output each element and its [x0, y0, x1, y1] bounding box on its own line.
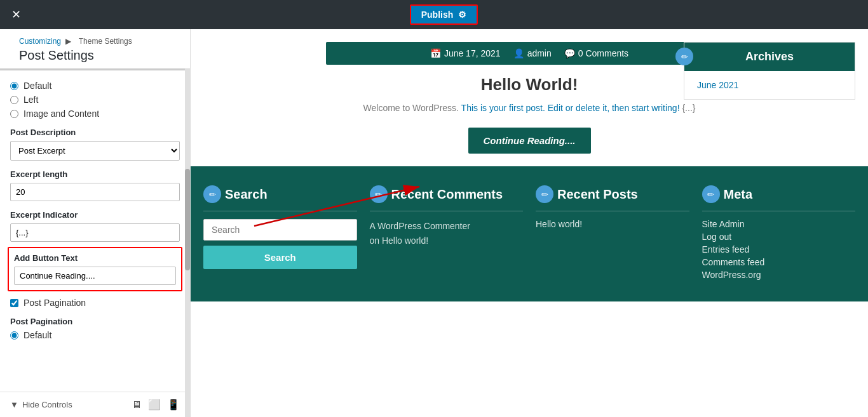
- main-layout: ‹ Customizing ▶ Theme Settings Post Sett…: [0, 29, 868, 417]
- add-button-text-input[interactable]: Continue Reading....: [14, 267, 176, 285]
- footer-search-col: ✏ Search Search: [203, 185, 357, 282]
- radio-default-input[interactable]: [10, 82, 18, 90]
- footer-meta-site-admin[interactable]: Site Admin: [702, 219, 856, 229]
- excerpt-length-input[interactable]: [10, 183, 180, 201]
- radio-image-content[interactable]: Image and Content: [10, 109, 180, 119]
- close-button[interactable]: ✕: [6, 5, 26, 24]
- add-button-text-section: Add Button Text Continue Reading....: [8, 247, 182, 291]
- footer-meta-divider: [702, 211, 856, 211]
- post-pagination-section-label: Post Pagination: [10, 317, 180, 326]
- continue-reading-button[interactable]: Continue Reading....: [468, 128, 591, 154]
- footer-posts-title: Recent Posts: [557, 187, 638, 202]
- sidebar-header: ‹ Customizing ▶ Theme Settings Post Sett…: [0, 29, 190, 69]
- archives-june-2021[interactable]: June 2021: [697, 80, 738, 90]
- footer-posts-header: ✏ Recent Posts: [536, 185, 689, 203]
- footer-search-edit-pencil[interactable]: ✏: [203, 185, 221, 203]
- footer-search-button[interactable]: Search: [203, 246, 357, 269]
- sidebar-content: Default Left Image and Content Post Desc…: [0, 70, 190, 392]
- archives-edit-pencil[interactable]: ✏: [675, 48, 693, 65]
- mobile-icon[interactable]: 📱: [167, 399, 180, 411]
- comment-author: A WordPress Commenter: [370, 221, 470, 231]
- breadcrumb-arrow: ▶: [65, 37, 73, 46]
- footer-recent-comments-col: ✏ Recent Comments A WordPress Commenter …: [370, 185, 524, 282]
- footer-comments-edit-pencil[interactable]: ✏: [370, 185, 388, 203]
- post-description-label: Post Description: [10, 128, 180, 137]
- footer-search-divider: [203, 211, 357, 211]
- footer-meta-title: Meta: [724, 187, 753, 202]
- excerpt-indicator-input[interactable]: [10, 223, 180, 242]
- post-wrapper: ✏ Archives June 2021 📅 June 17, 2021: [191, 29, 868, 166]
- sidebar-scroll-thumb: [185, 169, 190, 270]
- post-meta-bar: 📅 June 17, 2021 👤 admin 💬 0 Comments: [326, 42, 733, 65]
- footer-comments-header: ✏ Recent Comments: [370, 185, 524, 203]
- excerpt-intro: Welcome to WordPress.: [363, 103, 459, 113]
- footer-meta-col: ✏ Meta Site Admin Log out Entries feed C…: [702, 185, 856, 282]
- device-icons: 🖥 ⬜ 📱: [132, 399, 180, 411]
- hide-controls-toggle[interactable]: ▼ Hide Controls: [10, 400, 72, 409]
- footer-meta-wordpress-org[interactable]: WordPress.org: [702, 270, 856, 280]
- post-pagination-checkbox-label: Post Pagination: [24, 298, 86, 308]
- radio-left-label: Left: [24, 95, 38, 105]
- sidebar-bottom: ▼ Hide Controls 🖥 ⬜ 📱: [0, 392, 190, 417]
- breadcrumb-customizing[interactable]: Customizing: [19, 37, 61, 46]
- footer-meta-entries-feed[interactable]: Entries feed: [702, 244, 856, 255]
- radio-image-content-input[interactable]: [10, 110, 18, 118]
- footer-comments-divider: [370, 211, 524, 211]
- post-description-select[interactable]: Post Excerpt: [10, 141, 180, 161]
- post-comments-text: 0 Comments: [578, 48, 628, 58]
- archives-widget-body: June 2021: [684, 71, 855, 99]
- footer-section: ✏ Search Search ✏ Recent Comments A W: [191, 166, 868, 301]
- page-title: Post Settings: [19, 48, 180, 63]
- post-pagination-checkbox-row[interactable]: Post Pagination: [10, 298, 180, 308]
- post-excerpt: Welcome to WordPress. This is your first…: [326, 101, 733, 115]
- sidebar-scrollbar[interactable]: [185, 29, 190, 417]
- post-pagination-checkbox[interactable]: [10, 299, 18, 307]
- tablet-icon[interactable]: ⬜: [148, 399, 161, 411]
- post-date-text: June 17, 2021: [444, 48, 501, 58]
- excerpt-suffix: {...}: [682, 103, 695, 113]
- footer-search-header: ✏ Search: [203, 185, 357, 203]
- add-button-text-label: Add Button Text: [14, 253, 176, 263]
- desktop-icon[interactable]: 🖥: [132, 399, 142, 411]
- radio-default-label: Default: [24, 81, 51, 91]
- footer-meta-log-out[interactable]: Log out: [702, 232, 856, 242]
- radio-pagination-default[interactable]: Default: [10, 330, 180, 340]
- footer-search-title: Search: [225, 187, 268, 202]
- excerpt-indicator-label: Excerpt Indicator: [10, 210, 180, 220]
- excerpt-length-label: Excerpt length: [10, 169, 180, 179]
- footer-posts-edit-pencil[interactable]: ✏: [536, 185, 553, 203]
- footer-meta-comments-feed[interactable]: Comments feed: [702, 257, 856, 267]
- footer-posts-divider: [536, 211, 689, 211]
- footer-recent-posts-col: ✏ Recent Posts Hello world!: [536, 185, 689, 282]
- layout-radio-group: Default Left Image and Content: [10, 81, 180, 119]
- breadcrumb-theme-settings: Theme Settings: [79, 37, 132, 46]
- hide-controls-icon: ▼: [10, 400, 18, 409]
- comments-icon: 💬: [564, 48, 575, 58]
- post-author: 👤 admin: [513, 48, 552, 58]
- radio-pagination-default-input[interactable]: [10, 331, 18, 340]
- excerpt-link[interactable]: This is your first post. Edit or delete …: [461, 103, 680, 113]
- gear-icon: ⚙: [458, 10, 466, 20]
- footer-post-link-1[interactable]: Hello world!: [536, 219, 689, 229]
- comment-on: on Hello world!: [370, 235, 429, 246]
- footer-meta-header: ✏ Meta: [702, 185, 856, 203]
- author-icon: 👤: [513, 48, 524, 58]
- archives-widget: ✏ Archives June 2021: [684, 42, 855, 100]
- post-comments: 💬 0 Comments: [564, 48, 628, 58]
- post-author-text: admin: [527, 48, 552, 58]
- radio-left[interactable]: Left: [10, 95, 180, 105]
- radio-default[interactable]: Default: [10, 81, 180, 91]
- sidebar: ‹ Customizing ▶ Theme Settings Post Sett…: [0, 29, 191, 417]
- radio-left-input[interactable]: [10, 96, 18, 104]
- preview-area: ✏ Archives June 2021 📅 June 17, 2021: [191, 29, 868, 417]
- radio-pagination-default-label: Default: [24, 330, 51, 340]
- post-inner: 📅 June 17, 2021 👤 admin 💬 0 Comments: [326, 42, 733, 154]
- radio-image-content-label: Image and Content: [24, 109, 99, 119]
- footer-meta-edit-pencil[interactable]: ✏: [702, 185, 720, 203]
- archives-widget-title: Archives: [684, 43, 855, 71]
- footer-comment-text: A WordPress Commenter on Hello world!: [370, 219, 524, 248]
- calendar-icon: 📅: [430, 48, 441, 58]
- publish-button[interactable]: Publish ⚙: [410, 4, 478, 25]
- post-title: Hello World!: [326, 75, 733, 95]
- footer-search-input[interactable]: [203, 219, 357, 241]
